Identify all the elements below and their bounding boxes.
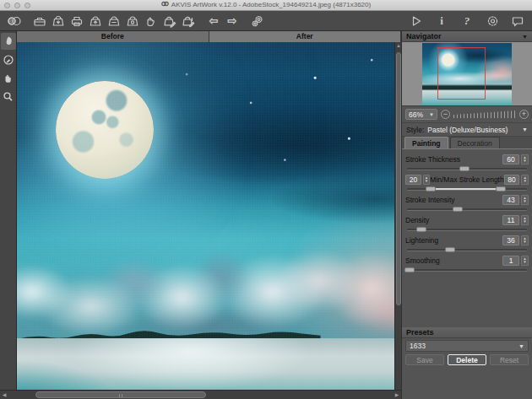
stroke-thickness-label: Stroke Thickness <box>405 155 502 164</box>
stroke-thickness-stepper[interactable]: ▲▼ <box>521 154 529 164</box>
stroke-intensity-value[interactable]: 43 <box>502 195 519 205</box>
navigator-collapse-icon[interactable]: ▼ <box>522 34 528 40</box>
style-value: Pastel (Deluxe/Business) <box>427 126 518 134</box>
stroke-intensity-slider[interactable] <box>407 206 527 213</box>
smoothing-stepper[interactable]: ▲▼ <box>521 256 529 266</box>
hand-tool-icon[interactable] <box>1 70 16 87</box>
zoom-level-select[interactable]: 66% ▼ <box>405 109 437 120</box>
help-icon[interactable]: ? <box>458 13 476 30</box>
smoothing-slider[interactable] <box>407 267 527 273</box>
stroke-thickness-value[interactable]: 60 <box>502 154 519 164</box>
reset-preset-button[interactable]: Reset <box>490 354 529 365</box>
style-label: Style: <box>406 126 424 134</box>
lightening-stepper[interactable]: ▲▼ <box>521 235 529 245</box>
stroke-direction-tool-icon[interactable] <box>1 33 16 50</box>
presets-section: Presets 1633 ▼ Save Delete Reset <box>402 327 532 399</box>
navigator-preview <box>402 42 532 106</box>
max-stroke-length-thumb[interactable] <box>496 186 506 191</box>
parameter-tabs: Painting Decoration <box>402 137 532 149</box>
stroke-thickness-slider[interactable] <box>407 165 527 172</box>
title-bar: AKVIS ArtWork v.12.0 - AdobeStock_194649… <box>0 0 532 11</box>
batch-processing-icon[interactable] <box>248 13 267 30</box>
save-preset-icon[interactable] <box>179 13 198 30</box>
info-icon[interactable]: i <box>432 13 451 30</box>
tab-painting[interactable]: Painting <box>404 137 448 148</box>
preferences-icon[interactable] <box>483 13 502 30</box>
tab-after[interactable]: After <box>209 31 402 42</box>
tab-decoration[interactable]: Decoration <box>450 137 500 148</box>
vertical-scroll-thumb[interactable] <box>396 52 401 305</box>
lightening-slider[interactable] <box>407 246 527 253</box>
max-stroke-length-value[interactable]: 80 <box>504 175 520 185</box>
history-brush-tool-icon[interactable] <box>1 51 16 68</box>
artwork-canvas[interactable] <box>17 42 394 399</box>
toolbox <box>0 31 17 399</box>
delete-preset-button[interactable]: Delete <box>448 354 486 365</box>
zoom-in-button[interactable]: + <box>519 110 529 119</box>
canvas-column: Before After ▲ ▼ <box>17 31 401 399</box>
parameters: Stroke Thickness 60 ▲▼ 20 ▲▼ Min/Max Str… <box>402 149 532 273</box>
navigator-view-frame[interactable] <box>437 47 486 99</box>
zoom-controls: 66% ▼ − + <box>402 106 532 123</box>
stroke-length-label: Min/Max Stroke Length <box>430 175 503 184</box>
app-icon <box>161 0 169 11</box>
navigator-title: Navigator <box>406 32 522 40</box>
style-selector[interactable]: Style: Pastel (Deluxe/Business) ▼ <box>402 123 532 137</box>
zoom-tool-icon[interactable] <box>1 89 16 105</box>
smoothing-value[interactable]: 1 <box>502 256 519 266</box>
navigator-thumbnail[interactable] <box>422 43 512 105</box>
min-stroke-length-value[interactable]: 20 <box>405 175 421 185</box>
save-preset-button[interactable]: Save <box>405 354 444 365</box>
density-value[interactable]: 11 <box>502 215 519 225</box>
density-label: Density <box>405 216 502 224</box>
smoothing-slider-thumb[interactable] <box>404 267 415 272</box>
min-stroke-length-thumb[interactable] <box>426 186 436 191</box>
share-icon[interactable] <box>86 13 105 30</box>
density-stepper[interactable]: ▲▼ <box>521 215 529 225</box>
preset-select[interactable]: 1633 ▼ <box>405 340 529 352</box>
lightening-value[interactable]: 36 <box>502 235 519 245</box>
redo-icon[interactable]: ⇨ <box>223 13 242 30</box>
feedback-icon[interactable] <box>508 13 527 30</box>
vertical-scrollbar[interactable]: ▲ ▼ <box>394 42 401 399</box>
min-stroke-length-stepper[interactable]: ▲▼ <box>423 175 431 185</box>
stroke-length-slider[interactable] <box>407 186 527 192</box>
run-icon[interactable] <box>407 13 426 30</box>
akvis-logo-icon[interactable] <box>5 13 24 30</box>
stroke-intensity-slider-thumb[interactable] <box>453 207 463 212</box>
save-image-icon[interactable] <box>49 13 68 30</box>
zoom-level-value: 66% <box>409 111 423 119</box>
lightening-label: Lightening <box>405 236 502 245</box>
stroke-intensity-label: Stroke Intensity <box>405 196 502 204</box>
zoom-caret-icon: ▼ <box>429 112 434 117</box>
smoothing-label: Smoothing <box>405 256 502 265</box>
horizontal-scroll-thumb[interactable] <box>35 391 206 398</box>
zoom-out-button[interactable]: − <box>441 110 450 119</box>
stroke-thickness-slider-thumb[interactable] <box>459 166 470 171</box>
before-after-tabs: Before After <box>17 31 401 42</box>
settings-panel: Navigator ▼ 66% ▼ − + Style: Pastel (Del… <box>401 31 532 399</box>
scroll-left-arrow[interactable]: ◀ <box>0 391 8 399</box>
open-image-icon[interactable] <box>30 13 49 30</box>
stroke-intensity-stepper[interactable]: ▲▼ <box>521 195 529 205</box>
max-stroke-length-stepper[interactable]: ▲▼ <box>521 175 529 185</box>
tab-before[interactable]: Before <box>17 31 209 42</box>
navigator-header[interactable]: Navigator ▼ <box>402 31 532 42</box>
scroll-right-arrow[interactable]: ▶ <box>393 391 401 399</box>
presets-title: Presets <box>406 328 528 337</box>
lightening-slider-thumb[interactable] <box>445 247 455 252</box>
load-preset-icon[interactable] <box>160 13 179 30</box>
presets-header[interactable]: Presets <box>402 327 532 338</box>
quick-preview-icon[interactable] <box>142 13 160 30</box>
publish-icon[interactable] <box>123 13 142 30</box>
horizontal-scrollbar[interactable]: ◀ ▶ <box>0 390 401 399</box>
main-area: Before After ▲ ▼ ◀ ▶ Naviga <box>0 31 532 399</box>
undo-icon[interactable]: ⇦ <box>204 13 223 30</box>
zoom-slider[interactable] <box>453 111 516 118</box>
post-image-icon[interactable] <box>105 13 123 30</box>
density-slider-thumb[interactable] <box>416 227 426 232</box>
scroll-up-arrow[interactable]: ▲ <box>395 42 402 50</box>
preset-caret-icon: ▼ <box>518 343 524 349</box>
density-slider[interactable] <box>407 226 527 233</box>
print-icon[interactable] <box>68 13 86 30</box>
